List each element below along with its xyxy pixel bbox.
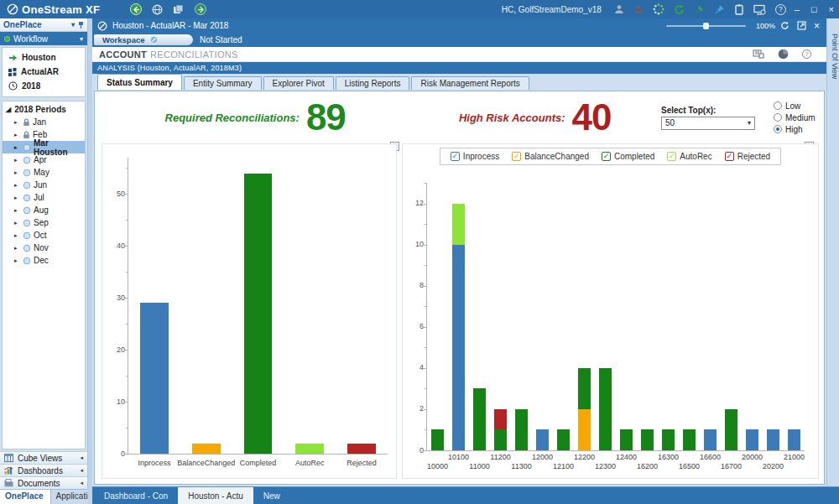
- select-dropdown-icon[interactable]: ▾: [748, 119, 751, 127]
- tab-explorer-pivot[interactable]: Explorer Pivot: [263, 76, 334, 90]
- tab-risk-management-reports[interactable]: Risk Management Reports: [411, 76, 529, 90]
- legend-checkbox-autorec[interactable]: ✓: [667, 152, 676, 161]
- risk-option-high[interactable]: High: [774, 125, 817, 134]
- tree-root-2018-periods[interactable]: ◢ 2018 Periods: [3, 103, 85, 116]
- green-pin-icon[interactable]: [694, 4, 705, 15]
- workflow-selector[interactable]: Workflow ▾: [0, 32, 87, 45]
- forward-button[interactable]: [195, 3, 206, 15]
- bar-segment-inprocess-12000: [536, 429, 550, 450]
- globe-icon[interactable]: [152, 4, 163, 15]
- radio-low[interactable]: [774, 101, 782, 110]
- workspace-settings-icon[interactable]: [753, 4, 766, 15]
- tree-item-jul[interactable]: ▸Jul: [3, 191, 85, 204]
- spinner-icon[interactable]: [653, 3, 664, 15]
- tree-collapsed-icon[interactable]: ▸: [14, 157, 20, 164]
- pane-dropdown-icon[interactable]: ▾: [71, 21, 75, 29]
- doc-close-icon[interactable]: ×: [814, 20, 820, 32]
- user-admin-icon[interactable]: [633, 4, 644, 14]
- workspace-toggle[interactable]: Workspace: [94, 34, 193, 45]
- risk-option-low[interactable]: Low: [774, 101, 817, 111]
- restore-button[interactable]: □: [811, 4, 817, 14]
- sidebar-pane-header[interactable]: OnePlace ▾: [0, 18, 87, 32]
- tree-item-label: Sep: [34, 218, 49, 227]
- pie-chart-icon[interactable]: [778, 49, 789, 60]
- section-expand-icon[interactable]: ◂: [80, 467, 83, 474]
- tree-collapsed-icon[interactable]: ▸: [14, 169, 20, 176]
- lock-icon: [23, 118, 30, 127]
- tree-expanded-icon[interactable]: ◢: [6, 106, 11, 113]
- copy-pages-icon[interactable]: [173, 4, 185, 14]
- tree-collapsed-icon[interactable]: ▸: [14, 132, 20, 138]
- zoom-slider-handle[interactable]: [703, 23, 709, 29]
- workspace-toggle-knob[interactable]: [149, 35, 159, 44]
- section-expand-icon[interactable]: ◂: [80, 455, 83, 461]
- tree-item-jan[interactable]: ▸Jan: [3, 116, 85, 128]
- sidebar-section-documents[interactable]: Documents◂: [0, 476, 87, 489]
- tab-listing-reports[interactable]: Listing Reports: [336, 76, 410, 90]
- legend-checkbox-rejected[interactable]: ✓: [725, 152, 734, 161]
- sidebar-shortcut-2018[interactable]: 2018: [3, 79, 85, 93]
- tree-collapsed-icon[interactable]: ▸: [14, 119, 20, 126]
- workflow-dropdown-icon[interactable]: ▾: [80, 35, 83, 43]
- legend-label: BalanceChanged: [524, 152, 589, 161]
- help-icon[interactable]: ?: [775, 4, 786, 15]
- legend-checkbox-completed[interactable]: ✓: [602, 152, 611, 161]
- zoom-slider[interactable]: [666, 25, 746, 27]
- y-minor-tick: [126, 272, 128, 273]
- bottom-tab-new[interactable]: New: [253, 487, 290, 504]
- tab-entity-summary[interactable]: Entity Summary: [184, 76, 262, 90]
- back-button[interactable]: [130, 3, 142, 15]
- radio-high[interactable]: [774, 125, 782, 133]
- minimize-button[interactable]: –: [795, 4, 800, 14]
- bottom-tab-dashboard-con[interactable]: Dashboard - Con: [94, 487, 178, 504]
- tree-item-dec[interactable]: ▸Dec: [3, 254, 85, 267]
- sidebar-section-cube-views[interactable]: Cube Views◂: [0, 451, 87, 464]
- legend-item-balancechanged: ✓BalanceChanged: [512, 152, 589, 161]
- close-button[interactable]: ×: [829, 4, 834, 14]
- export-icon[interactable]: [753, 49, 764, 59]
- open-in-window-icon[interactable]: [797, 21, 806, 30]
- tree-collapsed-icon[interactable]: ▸: [14, 257, 20, 264]
- radio-medium[interactable]: [774, 113, 782, 122]
- legend-checkbox-balancechanged[interactable]: ✓: [512, 152, 521, 161]
- tree-collapsed-icon[interactable]: ▸: [14, 207, 20, 214]
- sidebar-tab-oneplace[interactable]: OnePlace: [0, 490, 51, 504]
- tree-collapsed-icon[interactable]: ▸: [14, 195, 20, 201]
- tree-item-jun[interactable]: ▸Jun: [3, 179, 85, 191]
- tree-item-sep[interactable]: ▸Sep: [3, 216, 85, 229]
- bar-segment-inprocess-21000: [788, 429, 801, 450]
- page-help-icon[interactable]: ?: [802, 49, 811, 59]
- tree-collapsed-icon[interactable]: ▸: [14, 182, 20, 189]
- point-of-view-tab[interactable]: Point Of View: [826, 18, 839, 486]
- tab-status-summary[interactable]: Status Summary: [97, 74, 182, 90]
- tree-item-aug[interactable]: ▸Aug: [3, 204, 85, 216]
- tree-collapsed-icon[interactable]: ▸: [14, 232, 20, 239]
- section-expand-icon[interactable]: ◂: [80, 480, 83, 486]
- bar-segment-completed-12200: [578, 368, 591, 409]
- tree-item-may[interactable]: ▸May: [3, 166, 85, 179]
- select-top-label: Select Top(x):: [661, 106, 755, 115]
- sidebar-shortcut-houston[interactable]: Houston: [3, 50, 85, 65]
- tree-item-mar-houston[interactable]: ▸Mar Houston: [3, 141, 85, 153]
- pin-icon[interactable]: [78, 21, 84, 29]
- sidebar-shortcut-actualar[interactable]: ActualAR: [3, 65, 85, 79]
- blue-pin-icon[interactable]: [714, 4, 725, 15]
- select-top-dropdown[interactable]: 50 ▾: [661, 117, 755, 130]
- tree-item-oct[interactable]: ▸Oct: [3, 229, 85, 242]
- legend-item-completed: ✓Completed: [602, 152, 654, 161]
- refresh-icon[interactable]: [674, 4, 685, 15]
- tree-item-nov[interactable]: ▸Nov: [3, 242, 85, 254]
- bar-segment-inprocess-10100: [452, 245, 466, 450]
- risk-option-medium[interactable]: Medium: [774, 113, 817, 122]
- doc-refresh-icon[interactable]: [780, 21, 789, 30]
- tree-collapsed-icon[interactable]: ▸: [14, 245, 20, 252]
- sidebar-section-dashboards[interactable]: Dashboards◂: [0, 464, 87, 476]
- user-icon[interactable]: [614, 4, 624, 14]
- legend-checkbox-inprocess[interactable]: ✓: [451, 152, 460, 161]
- x-tick-label: 12200: [564, 453, 606, 461]
- pane-title: OnePlace: [3, 20, 42, 29]
- tree-collapsed-icon[interactable]: ▸: [14, 220, 20, 226]
- tree-collapsed-icon[interactable]: ▸: [14, 144, 20, 151]
- clipboard-icon[interactable]: [734, 4, 744, 15]
- bottom-tab-houston-actu[interactable]: Houston - Actu: [178, 487, 253, 504]
